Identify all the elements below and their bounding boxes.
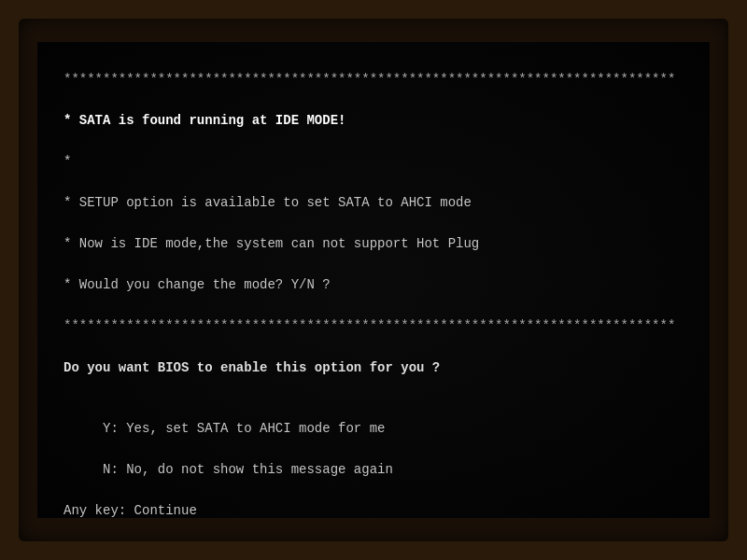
terminal-line-line7: Y: Yes, set SATA to AHCI mode for me	[63, 419, 684, 440]
terminal-line-line4: * Now is IDE mode,the system can not sup…	[63, 234, 684, 255]
empty-line	[63, 399, 684, 420]
terminal-line-sep1: ****************************************…	[63, 70, 684, 91]
screen: ****************************************…	[37, 42, 710, 518]
terminal-line-line2: *	[63, 152, 684, 173]
monitor-bezel: ****************************************…	[19, 19, 728, 541]
terminal-content: ****************************************…	[63, 70, 684, 518]
terminal-line-line3: * SETUP option is available to set SATA …	[63, 193, 684, 214]
terminal-line-line1: * SATA is found running at IDE MODE!	[63, 111, 684, 132]
terminal-line-sep2: ****************************************…	[63, 316, 684, 337]
terminal-line-line6: Do you want BIOS to enable this option f…	[63, 358, 684, 379]
terminal-line-line5: * Would you change the mode? Y/N ?	[63, 275, 684, 296]
terminal-line-line8: N: No, do not show this message again	[63, 460, 684, 481]
terminal-line-line9: Any key: Continue	[63, 501, 684, 518]
